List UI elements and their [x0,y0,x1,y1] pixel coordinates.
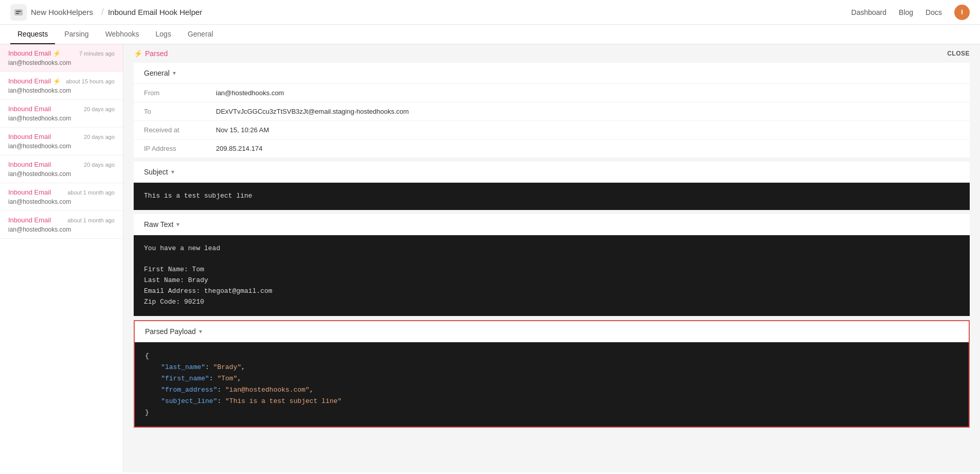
raw-text-section: Raw Text ▾ You have a new lead First Nam… [134,214,970,316]
sidebar-item-time-0: 7 minutes ago [79,50,115,57]
close-button[interactable]: CLOSE [947,50,970,57]
sidebar-item-time-1: about 15 hours ago [66,78,115,84]
raw-line-5: Zip Code: 90210 [144,297,959,308]
tab-parsing[interactable]: Parsing [57,25,96,44]
parsed-badge: ⚡ Parsed [134,49,168,58]
sidebar-item-time-6: about 1 month ago [67,217,115,223]
sidebar-item-email-0: ian@hostedhooks.com [8,59,115,66]
sidebar-item-name-3: Inbound Email [8,133,51,141]
raw-text-code-block: You have a new lead First Name: Tom Last… [134,235,970,316]
main-layout: Inbound Email ⚡ 7 minutes ago ian@hosted… [0,44,980,472]
sidebar-item-2[interactable]: Inbound Email 20 days ago ian@hostedhook… [0,100,123,128]
json-line-from-address: "from_address": "ian@hostedhooks.com", [145,384,958,396]
content-area: ⚡ Parsed CLOSE General ▾ From ian@hosted… [123,44,980,472]
parsed-payload-section: Parsed Payload ▾ { "last_name": "Brady",… [134,320,970,428]
sidebar-item-6[interactable]: Inbound Email about 1 month ago ian@host… [0,211,123,239]
subject-section-header[interactable]: Subject ▾ [134,162,970,183]
parsed-label: Parsed [145,49,168,58]
sidebar-item-email-1: ian@hostedhooks.com [8,87,115,94]
sidebar-item-email-2: ian@hostedhooks.com [8,115,115,122]
content-header: ⚡ Parsed CLOSE [123,44,980,63]
sidebar-item-name-2: Inbound Email [8,105,51,113]
subject-title: Subject [144,168,168,176]
sidebar-item-1[interactable]: Inbound Email ⚡ about 15 hours ago ian@h… [0,72,123,100]
general-table: From ian@hostedhooks.com To DExVTvJcGGCc… [134,84,970,157]
sidebar-item-0[interactable]: Inbound Email ⚡ 7 minutes ago ian@hosted… [0,44,123,72]
raw-line-blank [144,254,959,265]
general-row-ip: IP Address 209.85.214.174 [134,139,970,157]
sidebar-item-time-4: 20 days ago [84,162,115,168]
sidebar-item-email-5: ian@hostedhooks.com [8,198,115,205]
sidebar-item-name-0: Inbound Email ⚡ [8,49,61,57]
logo-svg [13,7,24,17]
app-name: New HookHelpers [31,8,93,16]
sidebar-item-time-5: about 1 month ago [67,189,115,196]
sidebar-item-name-4: Inbound Email [8,161,51,168]
tab-logs[interactable]: Logs [149,25,178,44]
header-title: Inbound Email Hook Helper [108,8,202,16]
nav-docs[interactable]: Docs [925,8,942,16]
subject-section: Subject ▾ This is a test subject line [134,162,970,210]
tab-webhooks[interactable]: Webhooks [98,25,147,44]
subject-chevron-icon: ▾ [171,168,174,175]
sidebar-item-3[interactable]: Inbound Email 20 days ago ian@hostedhook… [0,128,123,155]
svg-rect-0 [14,9,23,15]
logo-icon [10,4,27,21]
sidebar: Inbound Email ⚡ 7 minutes ago ian@hosted… [0,44,123,472]
sidebar-item-name-5: Inbound Email [8,188,51,196]
value-ip: 209.85.214.174 [216,145,262,152]
bolt-icon-0: ⚡ [53,50,61,57]
raw-text-title: Raw Text [144,220,173,229]
value-received: Nov 15, 10:26 AM [216,126,269,134]
raw-line-3: Last Name: Brady [144,275,959,286]
tab-requests[interactable]: Requests [10,25,55,44]
sidebar-item-email-4: ian@hostedhooks.com [8,170,115,178]
bolt-icon: ⚡ [134,49,142,58]
json-line-subject-line: "subject_line": "This is a test subject … [145,396,958,407]
raw-text-section-header[interactable]: Raw Text ▾ [134,214,970,235]
header-separator: / [101,7,104,17]
tab-bar: Requests Parsing Webhooks Logs General [0,25,980,44]
general-title: General [144,69,170,77]
value-to: DExVTvJcGGCcu3zTtSVB3zJt@email.staging-h… [216,108,409,115]
raw-line-4: Email Address: thegoat@gmail.com [144,286,959,297]
sidebar-item-4[interactable]: Inbound Email 20 days ago ian@hostedhook… [0,155,123,183]
sidebar-item-time-2: 20 days ago [84,106,115,112]
sidebar-item-time-3: 20 days ago [84,134,115,140]
parsed-payload-header[interactable]: Parsed Payload ▾ [135,321,969,342]
content-inner: General ▾ From ian@hostedhooks.com To DE… [123,63,980,442]
json-line-brace-close: } [145,407,958,418]
sidebar-item-email-6: ian@hostedhooks.com [8,226,115,233]
label-to: To [144,108,216,115]
nav-blog[interactable]: Blog [899,8,913,16]
general-chevron-icon: ▾ [173,69,176,77]
tab-general[interactable]: General [180,25,221,44]
header: New HookHelpers / Inbound Email Hook Hel… [0,0,980,25]
raw-text-chevron-icon: ▾ [176,221,179,228]
parsed-payload-chevron-icon: ▾ [199,328,202,335]
general-row-received: Received at Nov 15, 10:26 AM [134,121,970,139]
general-section-header[interactable]: General ▾ [134,63,970,84]
parsed-payload-code-block: { "last_name": "Brady", "first_name": "T… [135,342,969,427]
json-line-last-name: "last_name": "Brady", [145,362,958,373]
svg-rect-1 [16,11,21,12]
raw-line-1: You have a new lead [144,243,959,254]
sidebar-item-name-6: Inbound Email [8,216,51,224]
sidebar-item-email-3: ian@hostedhooks.com [8,143,115,150]
sidebar-item-5[interactable]: Inbound Email about 1 month ago ian@host… [0,183,123,211]
label-from: From [144,89,216,97]
svg-rect-2 [16,13,19,14]
raw-line-2: First Name: Tom [144,265,959,275]
parsed-payload-title: Parsed Payload [145,327,196,336]
sidebar-item-name-1: Inbound Email ⚡ [8,77,61,85]
header-nav: Dashboard Blog Docs I [851,5,970,20]
avatar[interactable]: I [954,5,970,20]
nav-dashboard[interactable]: Dashboard [851,8,887,16]
general-row-from: From ian@hostedhooks.com [134,84,970,102]
json-line-brace-open: { [145,350,958,362]
logo: New HookHelpers [10,4,93,21]
label-ip: IP Address [144,145,216,152]
subject-code-block: This is a test subject line [134,183,970,210]
subject-text: This is a test subject line [144,192,252,200]
json-line-first-name: "first_name": "Tom", [145,373,958,384]
